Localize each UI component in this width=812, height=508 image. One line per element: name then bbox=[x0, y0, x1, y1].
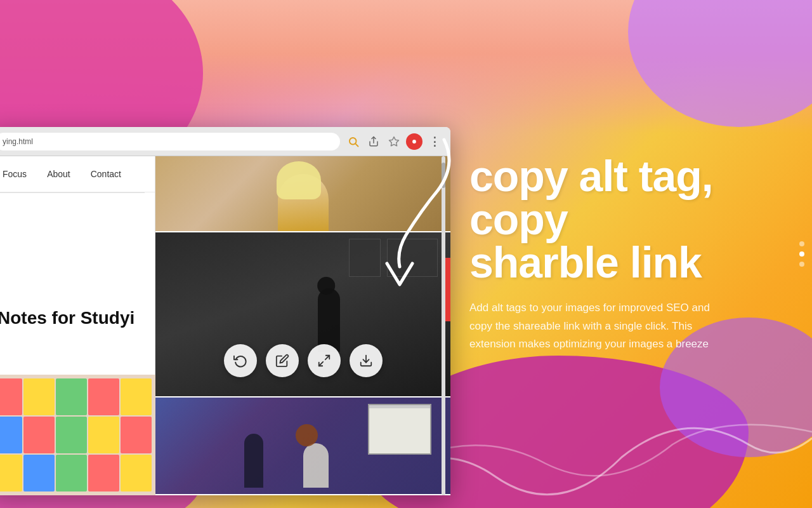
nav-item-about[interactable]: About bbox=[47, 169, 70, 179]
svg-line-6 bbox=[318, 362, 322, 366]
headline-line2: sharble link bbox=[469, 238, 702, 286]
dot-indicator bbox=[799, 241, 804, 267]
website-page-title: Notes for Studyi bbox=[0, 193, 155, 329]
sticky-note-10 bbox=[121, 417, 152, 453]
image-download-button[interactable] bbox=[350, 344, 383, 377]
url-text: ying.html bbox=[3, 137, 33, 146]
headline-line1: copy alt tag, copy bbox=[469, 152, 713, 243]
image-edit-button[interactable] bbox=[266, 344, 299, 377]
sticky-note-8 bbox=[56, 417, 87, 453]
sticky-note-13 bbox=[56, 455, 87, 491]
image-expand-button[interactable] bbox=[308, 344, 341, 377]
nav-item-focus[interactable]: Focus bbox=[3, 169, 27, 179]
description-text: Add alt tags to your images for improved… bbox=[469, 299, 723, 354]
sticky-note-6 bbox=[0, 417, 22, 453]
image-strip-3 bbox=[155, 398, 450, 495]
website-sidebar: Focus About Contact Notes for Studyi bbox=[0, 156, 155, 495]
url-bar[interactable]: ying.html bbox=[0, 133, 340, 150]
dot-3[interactable] bbox=[799, 262, 804, 267]
sticky-note-5 bbox=[121, 378, 152, 415]
website-nav: Focus About Contact bbox=[0, 156, 155, 192]
arrow-annotation bbox=[355, 127, 469, 292]
headline: copy alt tag, copy sharble link bbox=[469, 154, 774, 284]
image-share-button[interactable] bbox=[224, 344, 257, 377]
nav-item-contact[interactable]: Contact bbox=[91, 169, 121, 179]
svg-line-5 bbox=[325, 356, 329, 359]
whiteboard-prop bbox=[368, 404, 431, 455]
sticky-note-7 bbox=[23, 417, 55, 453]
sticky-note-3 bbox=[56, 378, 87, 415]
sticky-note-9 bbox=[88, 417, 119, 453]
sticky-note-2 bbox=[23, 378, 55, 415]
dot-1[interactable] bbox=[799, 241, 804, 246]
sticky-note-11 bbox=[0, 455, 22, 491]
sticky-note-1 bbox=[0, 378, 22, 415]
right-panel: copy alt tag, copy sharble link Add alt … bbox=[457, 0, 812, 508]
sticky-note-4 bbox=[88, 378, 119, 415]
sticky-note-14 bbox=[88, 455, 119, 491]
sticky-note-15 bbox=[121, 455, 152, 491]
image-overlay-buttons bbox=[224, 344, 383, 377]
dot-2-active[interactable] bbox=[799, 251, 804, 257]
sticky-note-12 bbox=[23, 455, 55, 491]
